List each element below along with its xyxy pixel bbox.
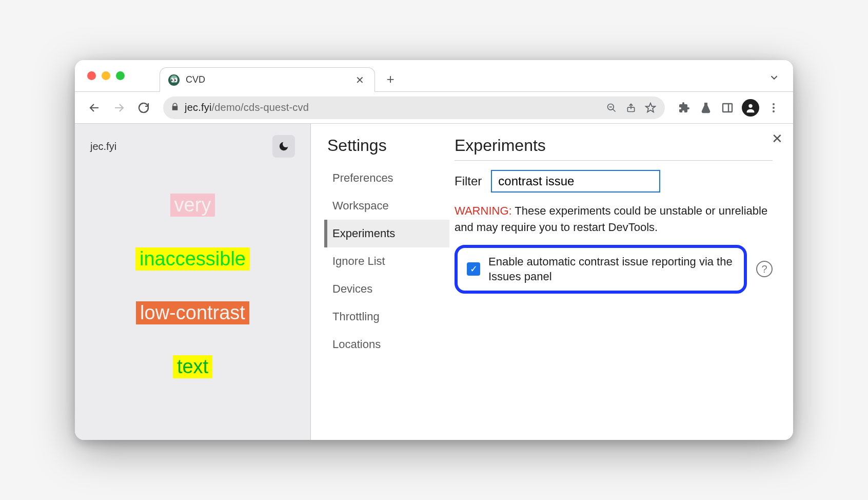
extensions-icon[interactable] [674, 98, 695, 118]
url-path: /demo/cds-quest-cvd [212, 102, 309, 113]
new-tab-button[interactable]: + [380, 69, 401, 89]
help-icon[interactable]: ? [756, 261, 773, 277]
tabs-dropdown-button[interactable] [768, 72, 780, 86]
browser-window: 👀 CVD ✕ + jec.fyi/demo/cds-quest-cvd [75, 60, 793, 440]
nav-throttling[interactable]: Throttling [324, 303, 449, 331]
warning-label: WARNING: [455, 204, 512, 217]
svg-line-3 [613, 109, 616, 111]
labs-icon[interactable] [696, 98, 716, 118]
reload-button[interactable] [133, 98, 154, 118]
experiment-checkbox[interactable]: ✓ [467, 262, 480, 276]
svg-marker-6 [646, 103, 655, 111]
profile-avatar[interactable] [742, 99, 759, 117]
demo-words: very inaccessible low-contrast text [135, 194, 250, 378]
browser-menu-button[interactable] [763, 98, 784, 118]
toolbar: jec.fyi/demo/cds-quest-cvd [75, 92, 793, 124]
filter-input[interactable] [491, 170, 660, 193]
filter-label: Filter [455, 174, 482, 188]
demo-word: inaccessible [135, 247, 250, 271]
svg-point-12 [773, 110, 775, 112]
moon-icon [278, 141, 289, 152]
svg-point-9 [748, 104, 752, 107]
tab-favicon: 👀 [168, 74, 180, 86]
url-host: jec.fyi [185, 102, 212, 113]
settings-content: Experiments Filter WARNING: These experi… [449, 124, 793, 440]
bookmark-star-icon[interactable] [643, 102, 658, 113]
settings-nav: Preferences Workspace Experiments Ignore… [324, 164, 449, 358]
tab-title: CVD [186, 74, 347, 85]
filter-row: Filter [455, 170, 773, 193]
nav-locations[interactable]: Locations [324, 331, 449, 358]
demo-word: text [173, 355, 212, 378]
experiment-row-highlighted: ✓ Enable automatic contrast issue report… [455, 245, 747, 294]
address-bar[interactable]: jec.fyi/demo/cds-quest-cvd [163, 97, 665, 119]
page-header: jec.fyi [90, 135, 295, 158]
url-text: jec.fyi/demo/cds-quest-cvd [185, 102, 309, 113]
share-icon[interactable] [624, 103, 638, 113]
window-minimize-button[interactable] [102, 71, 110, 80]
svg-point-11 [773, 107, 775, 109]
window-maximize-button[interactable] [116, 71, 125, 80]
lock-icon [170, 102, 180, 113]
site-name: jec.fyi [90, 141, 116, 152]
window-close-button[interactable] [87, 71, 96, 80]
nav-preferences[interactable]: Preferences [324, 164, 449, 192]
dark-mode-toggle[interactable] [272, 135, 295, 158]
devtools-panel: ✕ Settings Preferences Workspace Experim… [311, 124, 793, 440]
content-area: jec.fyi very inaccessible low-contrast t… [75, 124, 793, 440]
experiments-warning: WARNING: These experiments could be unst… [455, 203, 773, 236]
tab-close-button[interactable]: ✕ [353, 72, 366, 88]
panel-icon[interactable] [717, 98, 738, 118]
zoom-icon[interactable] [604, 103, 619, 113]
experiment-row-wrap: ✓ Enable automatic contrast issue report… [455, 245, 773, 294]
nav-devices[interactable]: Devices [324, 275, 449, 303]
nav-workspace[interactable]: Workspace [324, 192, 449, 220]
window-controls [87, 71, 125, 80]
svg-point-10 [773, 103, 775, 105]
forward-button[interactable] [109, 98, 129, 118]
nav-experiments[interactable]: Experiments [324, 220, 449, 247]
webpage: jec.fyi very inaccessible low-contrast t… [75, 124, 311, 440]
divider [455, 160, 773, 161]
settings-title: Settings [324, 136, 449, 155]
back-button[interactable] [84, 98, 105, 118]
titlebar: 👀 CVD ✕ + [75, 60, 793, 92]
panel-title: Experiments [455, 136, 773, 155]
nav-ignore-list[interactable]: Ignore List [324, 247, 449, 275]
svg-rect-7 [723, 104, 732, 112]
experiment-label: Enable automatic contrast issue reportin… [488, 254, 735, 284]
demo-word: low-contrast [136, 301, 249, 324]
browser-tab[interactable]: 👀 CVD ✕ [160, 67, 375, 92]
settings-sidebar: Settings Preferences Workspace Experimen… [311, 124, 449, 440]
demo-word: very [170, 194, 215, 217]
toolbar-right [674, 98, 784, 118]
